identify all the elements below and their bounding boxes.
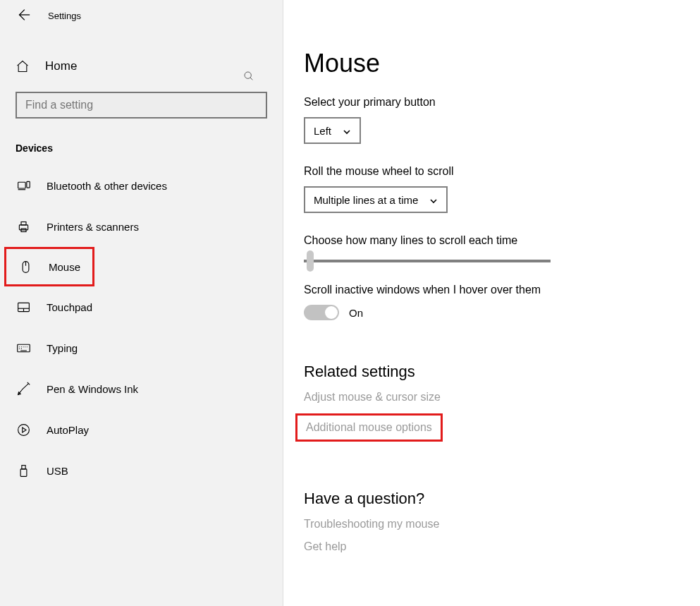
chevron-down-icon: [343, 126, 351, 135]
sidebar-item-touchpad[interactable]: Touchpad: [0, 286, 283, 327]
svg-rect-2: [26, 181, 29, 188]
help-title: Have a question?: [304, 490, 682, 508]
sidebar-item-label: Typing: [47, 342, 78, 354]
sidebar-item-bluetooth[interactable]: Bluetooth & other devices: [0, 165, 283, 206]
chevron-down-icon: [429, 195, 438, 204]
primary-button-value: Left: [314, 125, 331, 137]
sidebar-item-label: Printers & scanners: [47, 221, 139, 233]
wheel-scroll-select[interactable]: Multiple lines at a time: [304, 186, 448, 213]
printer-icon: [16, 219, 31, 234]
toggle-knob: [325, 306, 338, 319]
sidebar-home-label: Home: [45, 59, 77, 73]
svg-rect-4: [21, 222, 26, 224]
sidebar-item-label: AutoPlay: [47, 424, 89, 436]
svg-rect-1: [18, 182, 25, 188]
sidebar-item-label: USB: [47, 465, 68, 477]
main-panel: Mouse Select your primary button Left Ro…: [284, 0, 700, 606]
link-get-help[interactable]: Get help: [304, 540, 682, 553]
mouse-icon: [18, 259, 33, 274]
home-icon: [16, 59, 30, 73]
sidebar-group-title: Devices: [0, 143, 283, 154]
sidebar-item-label: Bluetooth & other devices: [47, 180, 167, 192]
keyboard-icon: [16, 340, 31, 356]
devices-icon: [16, 178, 31, 193]
sidebar-item-autoplay[interactable]: AutoPlay: [0, 409, 283, 450]
sidebar-item-typing[interactable]: Typing: [0, 327, 283, 368]
inactive-scroll-label: Scroll inactive windows when I hover ove…: [304, 284, 682, 296]
sidebar-item-usb[interactable]: USB: [0, 450, 283, 491]
sidebar-item-mouse[interactable]: Mouse: [4, 247, 94, 286]
svg-rect-11: [20, 468, 27, 476]
page-title: Mouse: [304, 51, 682, 76]
primary-button-select[interactable]: Left: [304, 117, 361, 144]
usb-icon: [16, 463, 31, 478]
autoplay-icon: [16, 422, 31, 437]
link-adjust-cursor[interactable]: Adjust mouse & cursor size: [304, 391, 682, 404]
back-icon[interactable]: [16, 7, 31, 25]
window-title: Settings: [48, 11, 81, 21]
sidebar-home[interactable]: Home: [0, 47, 283, 86]
lines-scroll-slider[interactable]: [304, 260, 551, 262]
wheel-scroll-value: Multiple lines at a time: [314, 194, 418, 206]
svg-rect-10: [21, 465, 25, 468]
wheel-scroll-label: Roll the mouse wheel to scroll: [304, 165, 682, 178]
touchpad-icon: [16, 299, 31, 315]
related-settings-title: Related settings: [304, 363, 682, 381]
window-header: Settings: [0, 0, 283, 31]
inactive-scroll-toggle[interactable]: [304, 305, 339, 320]
sidebar-item-printers[interactable]: Printers & scanners: [0, 206, 283, 247]
pen-icon: [16, 381, 31, 396]
svg-point-9: [18, 424, 29, 435]
lines-scroll-label: Choose how many lines to scroll each tim…: [304, 234, 682, 247]
svg-rect-3: [19, 224, 27, 229]
sidebar: Settings Home Devices Bluetooth & other …: [0, 0, 283, 606]
link-troubleshoot[interactable]: Troubleshooting my mouse: [304, 518, 682, 531]
slider-thumb[interactable]: [307, 250, 314, 272]
sidebar-search-wrap: [0, 92, 283, 119]
sidebar-item-pen[interactable]: Pen & Windows Ink: [0, 368, 283, 409]
primary-button-label: Select your primary button: [304, 96, 682, 109]
sidebar-item-label: Touchpad: [47, 301, 92, 313]
sidebar-item-label: Mouse: [49, 261, 80, 273]
inactive-scroll-value: On: [349, 307, 363, 319]
search-input[interactable]: [16, 92, 267, 119]
link-additional-mouse-options[interactable]: Additional mouse options: [295, 413, 443, 442]
sidebar-item-label: Pen & Windows Ink: [47, 383, 138, 395]
